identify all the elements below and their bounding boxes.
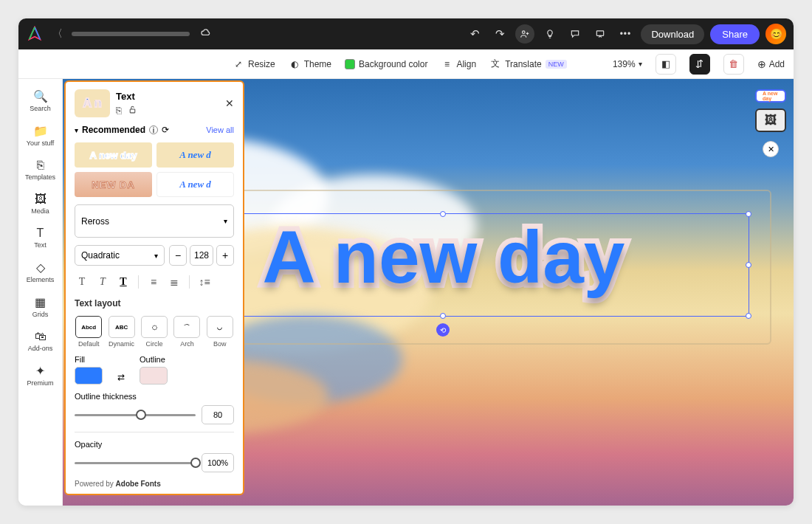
- sidebar-your-stuff[interactable]: 📁Your stuff: [18, 120, 62, 151]
- sidebar-templates[interactable]: ⎘Templates: [18, 154, 62, 185]
- theme-tool[interactable]: ◐Theme: [289, 58, 331, 70]
- translate-tool[interactable]: 文TranslateNEW: [489, 58, 567, 70]
- back-button[interactable]: 〈: [49, 27, 66, 41]
- size-decrement[interactable]: −: [169, 245, 187, 266]
- app-header: 〈 ↶ ↷ ••• Download Share 😊: [18, 18, 794, 49]
- undo-button[interactable]: ↶: [465, 24, 484, 44]
- layout-circle[interactable]: ◌: [141, 316, 168, 338]
- download-button[interactable]: Download: [641, 24, 704, 44]
- rotate-handle[interactable]: ⟲: [436, 323, 450, 337]
- fill-label: Fill: [75, 355, 103, 364]
- app-logo: [26, 25, 44, 43]
- search-icon: 🔍: [33, 89, 48, 103]
- outline-thickness-label: Outline thickness: [75, 392, 234, 401]
- share-button[interactable]: Share: [710, 24, 760, 44]
- list-button[interactable]: ≣: [167, 275, 182, 289]
- recommended-label: Recommended: [82, 125, 145, 135]
- resize-handle-bm[interactable]: [440, 313, 446, 319]
- grids-icon: ▦: [35, 295, 46, 309]
- add-user-button[interactable]: [515, 24, 534, 44]
- resize-handle-br[interactable]: [746, 313, 751, 319]
- page-thumb-2[interactable]: 🖼: [755, 108, 786, 132]
- swap-colors-icon[interactable]: ⇄: [117, 372, 125, 382]
- elements-icon: ◇: [36, 261, 45, 275]
- toggle-b-button[interactable]: ⇵: [689, 54, 710, 75]
- delete-button[interactable]: 🗑: [723, 54, 744, 75]
- duplicate-icon[interactable]: ⎘: [116, 105, 122, 117]
- svg-rect-2: [130, 108, 135, 112]
- recommended-style-1[interactable]: A new day: [75, 142, 152, 168]
- premium-icon: ✦: [35, 364, 45, 378]
- redo-button[interactable]: ↷: [490, 24, 509, 44]
- more-menu[interactable]: •••: [616, 24, 635, 44]
- opacity-slider[interactable]: [75, 462, 196, 464]
- align-button[interactable]: ≡: [146, 275, 161, 289]
- outline-thickness-value[interactable]: 80: [202, 405, 234, 424]
- text-layout-options: AbcdDefault ABCDynamic ◌Circle ⌒Arch ◡Bo…: [75, 316, 234, 348]
- sidebar-addons[interactable]: 🛍Add-ons: [18, 325, 62, 356]
- text-icon: T: [37, 227, 44, 240]
- resize-handle-tm[interactable]: [440, 211, 446, 217]
- chevron-down-icon[interactable]: ▾: [75, 126, 78, 134]
- recommended-grid: A new day A new d NEW DA A new d: [75, 142, 234, 197]
- hint-icon[interactable]: [540, 24, 560, 44]
- recommended-style-4[interactable]: A new d: [156, 172, 234, 197]
- media-icon: 🖼: [35, 193, 47, 206]
- layout-default[interactable]: Abcd: [75, 316, 102, 338]
- sidebar-grids[interactable]: ▦Grids: [18, 291, 62, 323]
- lock-icon[interactable]: [128, 105, 137, 117]
- zoom-control[interactable]: 139%▾: [613, 59, 642, 69]
- sidebar-elements[interactable]: ◇Elements: [18, 256, 62, 288]
- font-size-value[interactable]: 128: [190, 245, 213, 266]
- sidebar-text[interactable]: TText: [18, 222, 62, 253]
- recommended-style-2[interactable]: A new d: [156, 142, 234, 168]
- info-icon[interactable]: i: [149, 125, 158, 134]
- document-toolbar: ⤢Resize ◐Theme Background color ≡Align 文…: [18, 49, 794, 79]
- outline-label: Outline: [140, 355, 168, 364]
- fill-color-swatch[interactable]: [75, 367, 103, 385]
- panel-preview-thumb: A n: [75, 89, 110, 117]
- sidebar-media[interactable]: 🖼Media: [18, 188, 62, 219]
- panel-footer: Powered by Adobe Fonts: [75, 480, 234, 488]
- add-page-button[interactable]: ⊕Add: [757, 58, 785, 70]
- opacity-label: Opacity: [75, 440, 234, 449]
- panel-close-button[interactable]: ✕: [225, 97, 234, 109]
- cloud-sync-icon[interactable]: [200, 27, 212, 41]
- present-icon[interactable]: [591, 24, 610, 44]
- font-style-select[interactable]: Quadratic▾: [75, 245, 165, 266]
- document-title-placeholder[interactable]: [72, 32, 190, 36]
- templates-icon: ⎘: [37, 159, 44, 172]
- style-italic[interactable]: T: [95, 275, 110, 289]
- refresh-icon[interactable]: ⟳: [162, 125, 169, 135]
- sidebar-search[interactable]: 🔍Search: [18, 85, 62, 117]
- resize-handle-tr[interactable]: [746, 211, 751, 217]
- comment-icon[interactable]: [565, 24, 585, 44]
- style-regular[interactable]: T: [75, 275, 89, 289]
- outline-thickness-slider[interactable]: [75, 414, 196, 416]
- recommended-style-3[interactable]: NEW DA: [75, 172, 152, 197]
- align-tool[interactable]: ≡Align: [441, 58, 476, 70]
- close-thumbnails[interactable]: ✕: [763, 141, 779, 157]
- opacity-value[interactable]: 100%: [202, 453, 234, 472]
- user-avatar[interactable]: 😊: [765, 24, 786, 44]
- outline-color-swatch[interactable]: [140, 367, 168, 385]
- layout-dynamic[interactable]: ABC: [109, 316, 135, 338]
- resize-tool[interactable]: ⤢Resize: [233, 58, 275, 70]
- bgcolor-tool[interactable]: Background color: [345, 59, 427, 69]
- font-family-select[interactable]: Reross▾: [75, 204, 234, 238]
- sidebar-premium[interactable]: ✦Premium: [18, 359, 62, 391]
- layout-bow[interactable]: ◡: [207, 316, 233, 338]
- style-underline[interactable]: T: [116, 275, 131, 289]
- page-thumb-1[interactable]: A new day: [755, 89, 786, 103]
- new-badge: NEW: [546, 60, 567, 69]
- svg-point-0: [523, 31, 526, 34]
- folder-icon: 📁: [33, 124, 48, 138]
- resize-handle-mr[interactable]: [746, 262, 751, 268]
- view-all-link[interactable]: View all: [206, 125, 234, 134]
- spacing-button[interactable]: ↕≡: [197, 275, 212, 289]
- left-sidebar: 🔍Search 📁Your stuff ⎘Templates 🖼Media TT…: [18, 79, 63, 506]
- toggle-a-button[interactable]: ◧: [656, 54, 676, 75]
- panel-title: Text: [116, 91, 137, 102]
- size-increment[interactable]: +: [216, 245, 234, 266]
- layout-arch[interactable]: ⌒: [173, 316, 200, 338]
